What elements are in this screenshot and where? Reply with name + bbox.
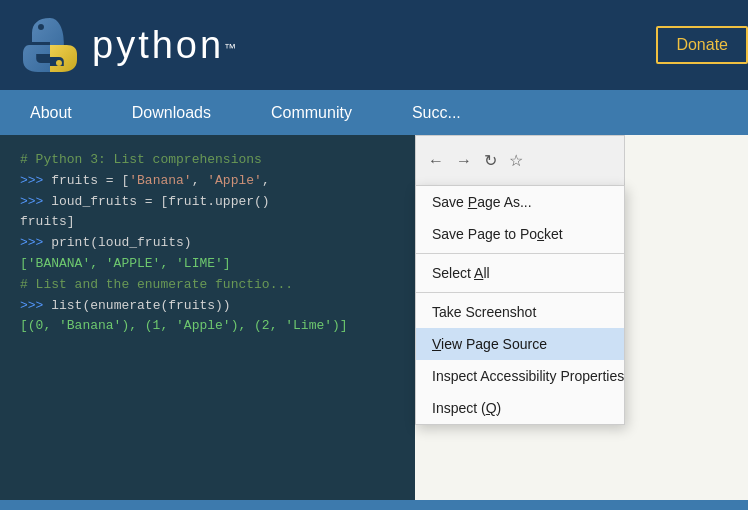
context-menu-save-page-as[interactable]: Save Page As... [416, 186, 624, 218]
context-menu-take-screenshot[interactable]: Take Screenshot [416, 296, 624, 328]
python-logo-icon [20, 15, 80, 75]
bookmark-button[interactable]: ☆ [509, 151, 523, 170]
nav-bar: About Downloads Community Succ... [0, 90, 748, 135]
back-button[interactable]: ← [428, 152, 444, 170]
context-menu-overlay: ← → ↻ ☆ Save Page As... Save Page to Poc… [0, 135, 748, 500]
reload-button[interactable]: ↻ [484, 151, 497, 170]
separator-2 [416, 292, 624, 293]
nav-item-succ[interactable]: Succ... [382, 90, 491, 135]
forward-button[interactable]: → [456, 152, 472, 170]
browser-bar: ← → ↻ ☆ [415, 135, 625, 185]
nav-item-about[interactable]: About [0, 90, 102, 135]
header: python™ Donate [0, 0, 748, 90]
nav-item-community[interactable]: Community [241, 90, 382, 135]
logo-area: python™ [20, 15, 236, 75]
context-menu-inspect[interactable]: Inspect (Q) [416, 392, 624, 424]
main-content: # Python 3: List comprehensions >>> frui… [0, 135, 748, 500]
context-menu-inspect-accessibility[interactable]: Inspect Accessibility Properties [416, 360, 624, 392]
nav-item-downloads[interactable]: Downloads [102, 90, 241, 135]
context-menu-select-all[interactable]: Select All [416, 257, 624, 289]
site-title: python™ [92, 24, 236, 67]
context-menu-save-pocket[interactable]: Save Page to Pocket [416, 218, 624, 250]
context-menu-view-source[interactable]: View Page Source [416, 328, 624, 360]
separator-1 [416, 253, 624, 254]
donate-button[interactable]: Donate [656, 26, 748, 64]
bottom-bar: Python is a programming language that le… [0, 500, 748, 510]
context-menu: Save Page As... Save Page to Pocket Sele… [415, 185, 625, 425]
